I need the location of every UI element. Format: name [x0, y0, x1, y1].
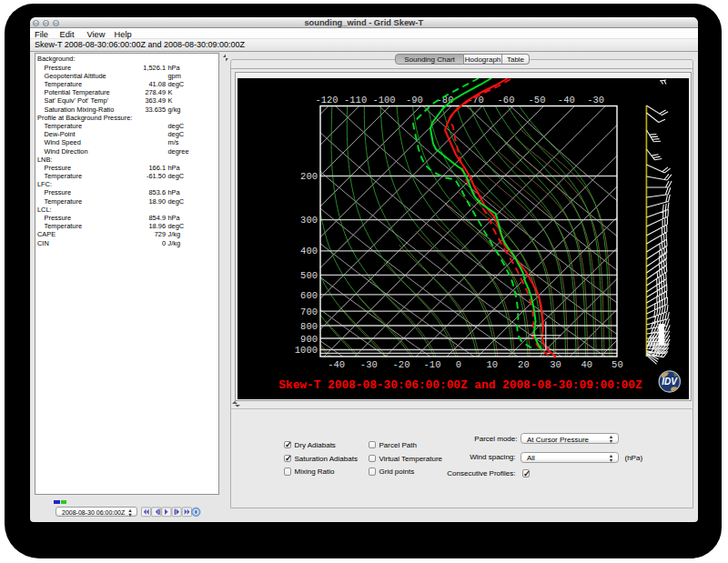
svg-text:IDV: IDV — [662, 377, 678, 387]
svg-text:200: 200 — [300, 171, 318, 182]
svg-text:-120: -120 — [315, 95, 338, 106]
svg-text:400: 400 — [300, 246, 318, 256]
svg-text:-110: -110 — [344, 95, 367, 106]
svg-text:40: 40 — [581, 359, 592, 370]
svg-text:0: 0 — [456, 359, 461, 370]
svg-text:-20: -20 — [393, 359, 410, 370]
svg-text:500: 500 — [300, 270, 318, 281]
svg-text:-60: -60 — [498, 95, 515, 106]
svg-text:50: 50 — [612, 359, 623, 370]
svg-text:30: 30 — [550, 359, 561, 370]
svg-text:800: 800 — [300, 321, 318, 332]
svg-text:-100: -100 — [372, 95, 395, 106]
svg-text:-50: -50 — [529, 95, 546, 106]
svg-text:20: 20 — [518, 359, 530, 370]
svg-text:700: 700 — [300, 307, 318, 317]
svg-text:-30: -30 — [587, 95, 604, 106]
svg-text:10: 10 — [486, 359, 498, 370]
svg-text:600: 600 — [300, 290, 318, 301]
svg-text:Skew-T 2008-08-30:06:00:00Z an: Skew-T 2008-08-30:06:00:00Z and 2008-08-… — [278, 378, 642, 392]
svg-text:900: 900 — [300, 334, 318, 345]
svg-text:1000: 1000 — [295, 345, 318, 356]
svg-text:-10: -10 — [424, 359, 441, 370]
svg-text:300: 300 — [300, 215, 318, 226]
svg-text:-40: -40 — [558, 95, 575, 106]
svg-text:-90: -90 — [406, 95, 423, 106]
svg-text:-30: -30 — [360, 359, 378, 370]
svg-text:-40: -40 — [328, 359, 345, 370]
